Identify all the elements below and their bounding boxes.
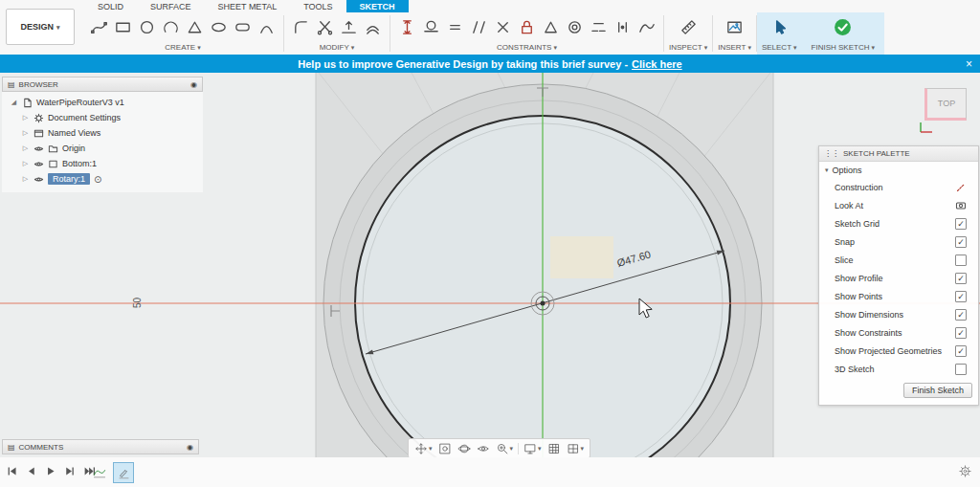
linear-dimension-value[interactable]: 50 [132, 297, 143, 308]
tab-sheet-metal[interactable]: SHEET METAL [205, 0, 291, 12]
conic-curve-icon[interactable] [255, 14, 278, 40]
fit-icon[interactable] [435, 442, 455, 455]
spline-icon[interactable] [87, 14, 111, 40]
ellipse-icon[interactable] [207, 14, 231, 40]
symmetry-constraint-icon[interactable] [539, 14, 563, 40]
equal-constraint-icon[interactable] [443, 14, 467, 40]
sketch-palette-header[interactable]: ⋮⋮ SKETCH PALETTE [819, 146, 978, 162]
panel-options-icon[interactable]: ◉ [187, 443, 193, 452]
display-settings-icon[interactable]: ▾ [521, 442, 545, 455]
viewcube-face-label[interactable]: TOP [938, 99, 955, 108]
insert-image-icon[interactable] [723, 14, 746, 40]
browser-item-document-settings[interactable]: ▷ Document Settings [2, 110, 203, 125]
design-canvas[interactable]: Ø47.60 50 TOP ▤ BROWSER ◉ [0, 73, 980, 457]
pan-icon[interactable]: ▾ [412, 442, 435, 455]
radial-menu-icon[interactable]: ⊙ [94, 174, 101, 185]
sketch-dimension-icon[interactable] [395, 14, 419, 40]
curvature-constraint-icon[interactable] [635, 14, 658, 40]
show-dimensions-checkbox[interactable] [955, 309, 967, 321]
browser-item-label[interactable]: WaterPipeRouterV3 v1 [36, 98, 124, 107]
tangent-constraint-icon[interactable] [419, 14, 443, 40]
browser-item-named-views[interactable]: ▷ Named Views [2, 125, 203, 141]
slice-checkbox[interactable] [955, 255, 967, 266]
disclosure-icon[interactable]: ▷ [21, 114, 30, 122]
arc-icon[interactable] [159, 14, 183, 40]
show-constraints-checkbox[interactable] [955, 327, 967, 339]
fillet-icon[interactable] [289, 14, 313, 40]
browser-item-label[interactable]: Document Settings [48, 113, 121, 122]
circle-icon[interactable] [135, 14, 159, 40]
timeline-active-sketch-icon[interactable] [113, 462, 134, 483]
play-icon[interactable] [44, 465, 56, 477]
finish-sketch-check-icon[interactable] [831, 14, 855, 40]
step-forward-icon[interactable] [63, 465, 76, 477]
browser-item-rotary[interactable]: ▷ Rotary:1 ⊙ [2, 171, 203, 187]
eye-icon[interactable] [33, 174, 44, 185]
timeline-settings-gear-icon[interactable] [958, 464, 972, 482]
insert-menu[interactable]: INSERT ▾ [718, 41, 751, 53]
offset-icon[interactable] [361, 14, 385, 40]
go-to-start-icon[interactable] [6, 465, 18, 477]
show-points-checkbox[interactable] [955, 291, 967, 302]
disclosure-icon[interactable]: ▷ [21, 175, 30, 183]
zoom-icon[interactable]: ▾ [493, 442, 517, 455]
3d-sketch-checkbox[interactable] [955, 364, 967, 375]
step-back-icon[interactable] [25, 465, 37, 477]
browser-item-label-selected[interactable]: Rotary:1 [48, 173, 90, 185]
free-orbit-icon[interactable] [455, 442, 474, 455]
collinear-constraint-icon[interactable] [587, 14, 611, 40]
disclosure-icon[interactable]: ▷ [21, 129, 30, 137]
panel-options-icon[interactable]: ◉ [190, 80, 197, 89]
tab-solid[interactable]: SOLID [84, 0, 137, 12]
options-section-header[interactable]: ▾ Options [819, 162, 978, 178]
measure-icon[interactable] [677, 14, 701, 40]
browser-item-bottom[interactable]: ▷ Bottom:1 [2, 156, 203, 171]
viewports-icon[interactable]: ▾ [564, 442, 588, 455]
disclosure-icon[interactable]: ▷ [21, 144, 30, 152]
polygon-icon[interactable] [183, 14, 207, 40]
show-projected-checkbox[interactable] [955, 345, 967, 357]
grid-settings-icon[interactable] [545, 442, 564, 455]
extend-icon[interactable] [337, 14, 361, 40]
browser-item-origin[interactable]: ▷ Origin [2, 141, 203, 156]
lock-constraint-icon[interactable] [515, 14, 539, 40]
eye-icon[interactable] [33, 144, 44, 154]
browser-item-label[interactable]: Named Views [48, 128, 100, 138]
concentric-constraint-icon[interactable] [563, 14, 587, 40]
sketch-grid-checkbox[interactable] [955, 218, 967, 230]
disclosure-expanded-icon[interactable]: ◢ [10, 99, 18, 106]
rectangle-icon[interactable] [111, 14, 135, 40]
browser-item-label[interactable]: Bottom:1 [62, 159, 97, 168]
disclosure-icon[interactable]: ▷ [21, 160, 30, 167]
close-icon[interactable]: × [966, 55, 972, 73]
midpoint-constraint-icon[interactable] [611, 14, 635, 40]
eye-icon[interactable] [33, 159, 44, 169]
tab-tools[interactable]: TOOLS [290, 0, 345, 12]
snap-checkbox[interactable] [955, 236, 967, 248]
viewcube[interactable]: TOP [924, 88, 967, 121]
create-menu[interactable]: CREATE ▾ [165, 41, 200, 53]
browser-item-label[interactable]: Origin [62, 144, 85, 153]
timeline-sketch-feature-icon[interactable] [90, 463, 109, 482]
tab-sketch[interactable]: SKETCH [346, 0, 409, 12]
select-menu[interactable]: SELECT ▾ [762, 41, 797, 53]
browser-item-root[interactable]: ◢ WaterPipeRouterV3 v1 [2, 95, 203, 110]
comments-panel-header[interactable]: ▤ COMMENTS ◉ [2, 439, 199, 454]
parallel-constraint-icon[interactable] [467, 14, 491, 40]
finish-sketch-button[interactable]: FINISH SKETCH ▾ [812, 41, 875, 53]
trim-icon[interactable] [313, 14, 337, 40]
constraints-menu[interactable]: CONSTRAINTS ▾ [497, 41, 557, 53]
slot-icon[interactable] [231, 14, 255, 40]
finish-sketch-palette-button[interactable]: Finish Sketch [903, 383, 972, 398]
look-at-view-icon[interactable] [474, 442, 493, 455]
tab-surface[interactable]: SURFACE [137, 0, 205, 12]
construction-icon[interactable] [955, 182, 967, 193]
inspect-menu[interactable]: INSPECT ▾ [669, 41, 707, 53]
show-profile-checkbox[interactable] [955, 273, 967, 284]
coincident-constraint-icon[interactable] [491, 14, 515, 40]
survey-link[interactable]: Click here [632, 58, 682, 70]
browser-panel-header[interactable]: ▤ BROWSER ◉ [2, 77, 203, 92]
select-cursor-icon[interactable] [768, 14, 791, 40]
modify-menu[interactable]: MODIFY ▾ [320, 41, 355, 53]
look-at-icon[interactable] [955, 200, 967, 211]
